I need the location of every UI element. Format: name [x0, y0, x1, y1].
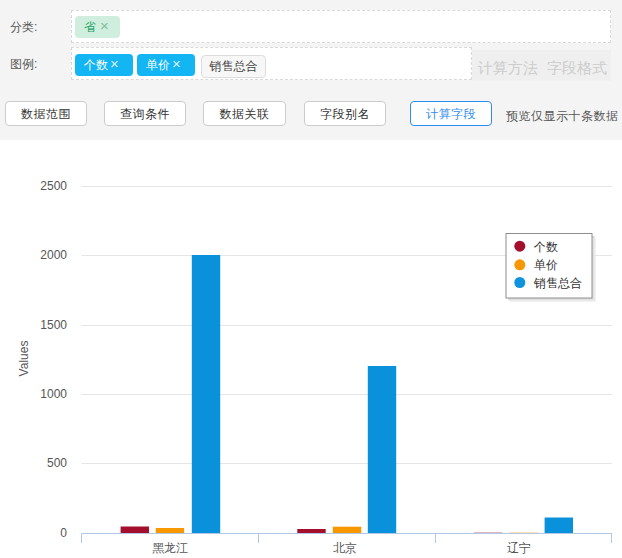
svg-text:黑龙江: 黑龙江 [152, 541, 188, 555]
svg-text:个数: 个数 [533, 240, 558, 254]
svg-text:销售总合: 销售总合 [533, 276, 582, 290]
svg-text:1000: 1000 [40, 387, 67, 401]
svg-text:辽宁: 辽宁 [507, 541, 531, 555]
svg-text:2500: 2500 [40, 179, 67, 193]
svg-text:北京: 北京 [333, 541, 357, 555]
svg-text:2000: 2000 [40, 248, 67, 262]
svg-text:1500: 1500 [40, 318, 67, 332]
svg-text:单价: 单价 [534, 258, 558, 272]
svg-text:0: 0 [60, 526, 67, 540]
svg-text:500: 500 [47, 456, 67, 470]
svg-text:Values: Values [17, 341, 31, 377]
